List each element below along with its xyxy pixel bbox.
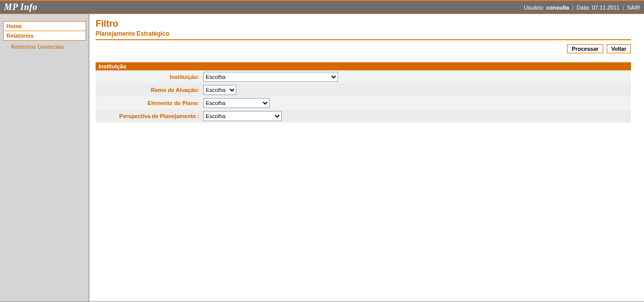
voltar-button[interactable]: Voltar [607, 44, 631, 53]
separator: | [622, 5, 624, 11]
label-elemento: Elemento do Plano: [96, 96, 201, 110]
label-ramo: Ramo de Atuação: [96, 83, 201, 96]
separator: | [572, 5, 574, 11]
nav-box: Home Relatórios [3, 21, 86, 41]
main-content: Filtro Planejamento Estratégico Processa… [90, 14, 644, 301]
table-row: Ramo de Atuação: Escolha [96, 83, 631, 96]
select-instituicao[interactable]: Escolha [203, 72, 338, 82]
sidebar-item-home[interactable]: Home [4, 22, 86, 31]
body-area: Home Relatórios Relatórios Gerenciais Fi… [0, 14, 644, 301]
select-ramo[interactable]: Escolha [203, 85, 236, 95]
action-row: Processar Voltar [96, 44, 631, 53]
page-title: Filtro [96, 19, 631, 29]
select-perspectiva[interactable]: Escolha [203, 111, 282, 121]
section-header: Instituição [96, 62, 631, 70]
user-info: Usuário: consulta | Data: 07.11.2011 | S… [524, 5, 640, 11]
cell-instituicao: Escolha [201, 70, 631, 83]
cell-ramo: Escolha [201, 83, 631, 96]
table-row: Instituição: Escolha [96, 70, 631, 83]
sidebar-item-relatorios[interactable]: Relatórios [4, 31, 86, 40]
user-value: consulta [546, 5, 569, 11]
brand-logo: MP Info [4, 2, 37, 13]
sidebar: Home Relatórios Relatórios Gerenciais [0, 14, 90, 301]
date-value: 07.11.2011 [592, 5, 619, 11]
select-elemento[interactable]: Escolha [203, 98, 270, 108]
top-bar: MP Info Usuário: consulta | Data: 07.11.… [0, 1, 644, 14]
page-subtitle: Planejamento Estratégico [96, 30, 631, 37]
sidebar-subnav: Relatórios Gerenciais [3, 41, 86, 50]
label-perspectiva: Perspectiva de Planejamento : [96, 110, 201, 123]
app-frame: MP Info Usuário: consulta | Data: 07.11.… [0, 0, 644, 302]
cell-elemento: Escolha [201, 96, 631, 110]
filter-form-table: Instituição: Escolha Ramo de Atuação: Es… [96, 70, 631, 123]
sidebar-subitem-relatorios-gerenciais[interactable]: Relatórios Gerenciais [11, 44, 64, 50]
date-label: Data: [577, 5, 590, 11]
cell-perspectiva: Escolha [201, 110, 631, 123]
processar-button[interactable]: Processar [567, 44, 603, 53]
user-label: Usuário: [524, 5, 544, 11]
table-row: Perspectiva de Planejamento : Escolha [96, 110, 631, 123]
title-rule [96, 39, 631, 40]
logout-link[interactable]: SAIR [627, 5, 640, 11]
label-instituicao: Instituição: [96, 70, 201, 83]
table-row: Elemento do Plano: Escolha [96, 96, 631, 110]
